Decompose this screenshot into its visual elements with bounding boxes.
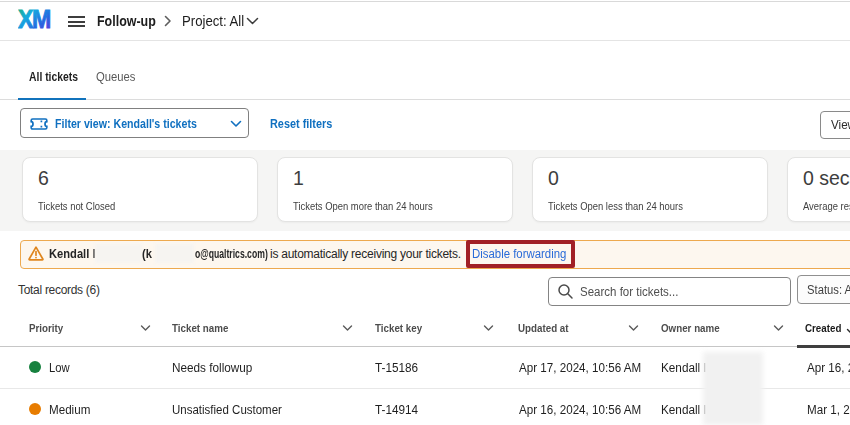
svg-text:XM: XM bbox=[18, 6, 50, 34]
